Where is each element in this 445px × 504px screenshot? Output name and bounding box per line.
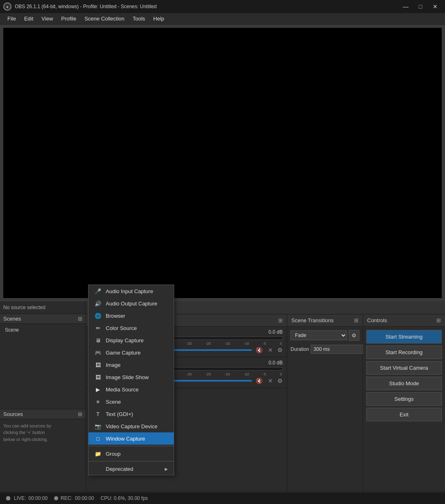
ctx-browser[interactable]: 🌐 Browser — [89, 310, 174, 322]
ctx-text-gdi-label: Text (GDI+) — [106, 411, 133, 417]
scenes-panel-title: Scenes — [3, 316, 21, 322]
color-source-icon: ✏ — [94, 324, 102, 332]
controls-title: Controls — [367, 317, 387, 323]
controls-content: Start Streaming Start Recording Start Vi… — [363, 327, 445, 425]
audio-channel-2-db: 0.0 dB — [268, 360, 283, 366]
group-icon: 📁 — [94, 450, 102, 457]
cpu-status: CPU: 0.6%, 30.00 fps — [100, 495, 148, 501]
cpu-label: CPU: 0.6%, 30.00 fps — [100, 495, 148, 501]
app-icon: ● — [3, 2, 11, 11]
status-bar: ⏺ LIVE: 00:00:00 REC: 00:00:00 CPU: 0.6%… — [0, 493, 445, 504]
bottom-section: No source selected Scenes ⊞ Scene + − ∧ … — [0, 301, 445, 504]
close-button[interactable]: ✕ — [429, 2, 442, 11]
scene-transitions-icon[interactable]: ⊞ — [354, 317, 359, 323]
menu-scene-collection[interactable]: Scene Collection — [80, 14, 129, 23]
preview-canvas — [3, 28, 442, 298]
audio-output-icon: 🔊 — [94, 300, 102, 307]
title-bar: ● OBS 26.1.1 (64-bit, windows) - Profile… — [0, 0, 445, 13]
menu-profile[interactable]: Profile — [57, 14, 80, 23]
ctx-audio-input-label: Audio Input Capture — [106, 288, 153, 294]
ctx-audio-output[interactable]: 🔊 Audio Output Capture — [89, 297, 174, 310]
ctx-color-source[interactable]: ✏ Color Source — [89, 322, 174, 334]
ctx-group-label: Group — [106, 451, 120, 457]
start-recording-button[interactable]: Start Recording — [366, 346, 442, 359]
mute-button-1[interactable]: 🔇 — [254, 346, 263, 355]
deprecated-arrow: ▶ — [165, 467, 168, 471]
audio-gear-2[interactable]: ⚙ — [277, 377, 283, 384]
rec-dot — [54, 496, 58, 500]
transition-content: Fade ⚙ Duration ▲ ▼ — [287, 327, 363, 358]
audio-gear-1[interactable]: ⚙ — [277, 347, 283, 353]
ctx-image-label: Image — [106, 362, 120, 368]
maximize-button[interactable]: □ — [414, 2, 427, 11]
ctx-display-capture-label: Display Capture — [106, 337, 144, 344]
rec-time: 00:00:00 — [75, 495, 94, 501]
ctx-scene-label: Scene — [106, 399, 121, 405]
menu-help[interactable]: Help — [149, 14, 168, 23]
rec-label: REC: — [61, 495, 73, 501]
settings-audio-1[interactable]: ✕ — [266, 346, 275, 355]
context-menu: 🎤 Audio Input Capture 🔊 Audio Output Cap… — [88, 285, 174, 475]
deprecated-icon — [94, 465, 102, 472]
ctx-window-capture[interactable]: □ Window Capture — [89, 432, 174, 445]
video-capture-icon: 📷 — [94, 423, 102, 430]
controls-icon[interactable]: ⊞ — [436, 317, 441, 323]
start-virtual-camera-button[interactable]: Start Virtual Camera — [366, 361, 442, 375]
sources-hint: You can add sources by clicking the '+' … — [0, 419, 86, 446]
minimize-button[interactable]: — — [399, 2, 412, 11]
menu-tools[interactable]: Tools — [129, 14, 149, 23]
sources-panel-icon[interactable]: ⊞ — [78, 411, 82, 417]
ctx-image-slideshow[interactable]: 🖼 Image Slide Show — [89, 371, 174, 383]
title-text: OBS 26.1.1 (64-bit, windows) - Profile: … — [15, 4, 157, 9]
ctx-audio-input[interactable]: 🎤 Audio Input Capture — [89, 285, 174, 297]
audio-mixer-icon[interactable]: ⊞ — [278, 317, 283, 323]
start-streaming-button[interactable]: Start Streaming — [366, 330, 442, 344]
scenes-panel-icon[interactable]: ⊞ — [78, 316, 82, 322]
settings-button[interactable]: Settings — [366, 392, 442, 406]
live-status: ⏺ LIVE: 00:00:00 — [5, 495, 48, 502]
title-bar-controls[interactable]: — □ ✕ — [399, 2, 442, 11]
ctx-separator-2 — [89, 461, 174, 461]
audio-input-icon: 🎤 — [94, 287, 102, 295]
settings-audio-2[interactable]: ✕ — [266, 376, 275, 385]
ctx-media-source[interactable]: ▶ Media Source — [89, 383, 174, 396]
transition-type-select[interactable]: Fade — [291, 330, 347, 340]
ctx-text-gdi[interactable]: T Text (GDI+) — [89, 408, 174, 420]
ctx-group[interactable]: 📁 Group — [89, 447, 174, 460]
ctx-game-capture[interactable]: 🎮 Game Capture — [89, 346, 174, 359]
image-icon: 🖼 — [94, 361, 102, 368]
ctx-game-capture-label: Game Capture — [106, 350, 141, 356]
transition-gear-button[interactable]: ⚙ — [349, 330, 359, 341]
ctx-image-slideshow-label: Image Slide Show — [106, 374, 149, 380]
ctx-image[interactable]: 🖼 Image — [89, 359, 174, 371]
ctx-deprecated[interactable]: Deprecated ▶ — [89, 463, 174, 475]
ctx-display-capture[interactable]: 🖥 Display Capture — [89, 334, 174, 346]
live-label: LIVE: — [14, 495, 26, 501]
ctx-window-capture-label: Window Capture — [106, 436, 145, 442]
media-source-icon: ▶ — [94, 386, 102, 393]
browser-icon: 🌐 — [94, 312, 102, 319]
controls-header: Controls ⊞ — [363, 314, 445, 327]
menu-edit[interactable]: Edit — [20, 14, 37, 23]
ctx-scene[interactable]: ≡ Scene — [89, 396, 174, 408]
menu-view[interactable]: View — [37, 14, 57, 23]
menu-file[interactable]: File — [3, 14, 20, 23]
exit-button[interactable]: Exit — [366, 408, 442, 421]
no-source-label: No source selected — [0, 301, 86, 314]
sources-panel-title: Sources — [3, 411, 23, 417]
ctx-deprecated-label: Deprecated — [106, 466, 133, 472]
mute-button-2[interactable]: 🔇 — [254, 376, 263, 385]
live-time: 00:00:00 — [28, 495, 48, 501]
rec-status: REC: 00:00:00 — [54, 495, 94, 501]
controls-panel: Controls ⊞ Start Streaming Start Recordi… — [363, 314, 445, 504]
audio-channel-1-db: 0.0 dB — [268, 329, 283, 335]
ctx-video-capture[interactable]: 📷 Video Capture Device — [89, 420, 174, 432]
scene-item[interactable]: Scene — [2, 325, 84, 334]
studio-mode-button[interactable]: Studio Mode — [366, 377, 442, 390]
scenes-panel-header: Scenes ⊞ — [0, 314, 86, 324]
scene-icon: ≡ — [94, 398, 102, 405]
title-bar-left: ● OBS 26.1.1 (64-bit, windows) - Profile… — [3, 2, 157, 11]
menu-bar: File Edit View Profile Scene Collection … — [0, 13, 445, 25]
ctx-video-capture-label: Video Capture Device — [106, 423, 157, 429]
ctx-color-source-label: Color Source — [106, 325, 137, 331]
